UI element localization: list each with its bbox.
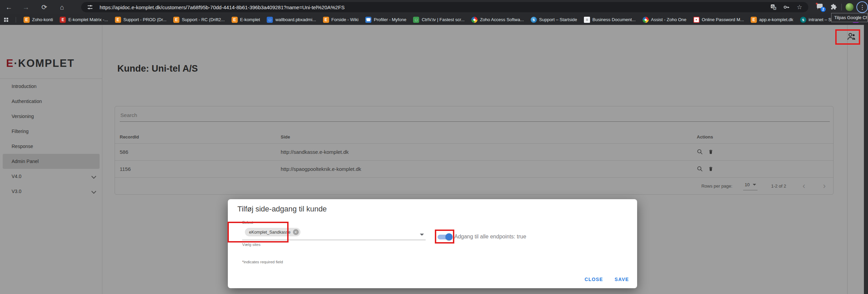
ekomplet-favicon: E bbox=[323, 17, 329, 23]
endpoints-toggle-label: Adgang til alle endpoints: true bbox=[454, 234, 526, 240]
annotation-box-people-icon bbox=[835, 29, 860, 45]
ekomplet-favicon: E bbox=[232, 17, 238, 23]
notification-badge: 2 bbox=[821, 7, 826, 12]
ekomplet-favicon: E bbox=[173, 17, 179, 23]
annotation-box-toggle bbox=[435, 230, 454, 244]
home-icon[interactable]: ⌂ bbox=[55, 0, 69, 14]
url-bar[interactable]: https://apidoc.e-komplet.dk/customers/7a… bbox=[81, 2, 808, 12]
close-button[interactable]: CLOSE bbox=[585, 277, 603, 282]
browser-toolbar: ← → ⟳ ⌂ https://apidoc.e-komplet.dk/cust… bbox=[0, 0, 868, 14]
translate-icon[interactable]: G A bbox=[769, 3, 778, 11]
menu-dots-icon[interactable]: ⋮ bbox=[856, 1, 868, 13]
bookmark-app-ekomplet[interactable]: Eapp.e-komplet.dk bbox=[751, 17, 793, 23]
annotation-box-selected-site bbox=[227, 222, 289, 242]
toolbar-separator bbox=[841, 4, 842, 11]
zoho-pinwheel-favicon bbox=[471, 17, 477, 23]
bookmark-forside-wiki[interactable]: EForside - Wiki bbox=[323, 17, 358, 23]
bookmark-profiler-myfone[interactable]: ☎Profiler - Myfone bbox=[365, 17, 406, 23]
url-text[interactable]: https://apidoc.e-komplet.dk/customers/7a… bbox=[100, 4, 765, 10]
document-favicon: ≡ bbox=[584, 17, 590, 23]
bookmark-ekomplet-matrix[interactable]: EE-komplet Matrix -... bbox=[60, 17, 108, 23]
bookmark-zoho-konti[interactable]: EZoho-konti bbox=[24, 17, 53, 23]
bookmark-support-prod[interactable]: ESupport - PROD (Dr... bbox=[115, 17, 166, 23]
bookmark-business-document[interactable]: ≡Business Document... bbox=[584, 17, 635, 23]
add-site-access-dialog: Tilføj side-adgang til kunde Select eKom… bbox=[228, 199, 637, 288]
vault-favicon: ● bbox=[693, 17, 700, 23]
bookmark-ctrlv[interactable]: □CtrlV.tv | Fastest scr... bbox=[413, 17, 465, 23]
ekomplet-favicon: E bbox=[24, 17, 30, 23]
reload-icon[interactable]: ⟳ bbox=[38, 0, 51, 14]
notification-star-icon: ★ bbox=[815, 2, 818, 5]
browser-tooltip: Tilpas Google Chrome bbox=[831, 13, 868, 22]
bookmark-support-startside[interactable]: sSupport – Startside bbox=[531, 17, 577, 23]
required-field-note: *indicates required field bbox=[242, 260, 283, 264]
bookmark-zoho-access[interactable]: Zoho Access Softwa... bbox=[471, 17, 524, 23]
tune-icon[interactable] bbox=[86, 3, 94, 11]
zoho-pinwheel-favicon bbox=[643, 17, 649, 23]
ekomplet-favicon: E bbox=[751, 17, 757, 23]
bookmark-online-password[interactable]: ●Online Password M... bbox=[693, 17, 744, 23]
sharepoint-favicon: s bbox=[800, 17, 806, 23]
chip-remove-icon[interactable]: × bbox=[293, 229, 299, 235]
scrollbar[interactable] bbox=[864, 25, 868, 294]
dialog-title: Tilføj side-adgang til kunde bbox=[237, 205, 327, 214]
back-icon[interactable]: ← bbox=[2, 0, 16, 14]
bookmark-ekomplet[interactable]: EE-komplet bbox=[232, 17, 260, 23]
extensions-puzzle-icon[interactable] bbox=[830, 3, 838, 12]
bookmark-assist-zoho-one[interactable]: Assist - Zoho One bbox=[643, 17, 687, 23]
ekomplet-favicon: E bbox=[60, 17, 66, 23]
profile-avatar[interactable] bbox=[845, 3, 854, 12]
bookmark-wallboard[interactable]: □wallboard.pbxadmi... bbox=[267, 17, 316, 23]
apps-grid-icon[interactable] bbox=[4, 18, 8, 22]
bookmark-star-icon[interactable]: ☆ bbox=[795, 3, 804, 11]
monitor-favicon: □ bbox=[267, 17, 273, 23]
phone-favicon: ☎ bbox=[365, 17, 371, 23]
save-button[interactable]: SAVE bbox=[615, 277, 629, 282]
select-dropdown-arrow-icon[interactable] bbox=[420, 234, 424, 236]
svg-text:A: A bbox=[774, 7, 776, 10]
key-icon[interactable] bbox=[782, 3, 791, 11]
bookmarks-separator bbox=[16, 17, 16, 23]
ekomplet-favicon: E bbox=[115, 17, 121, 23]
forward-icon[interactable]: → bbox=[19, 0, 33, 14]
bookmarks-bar: EZoho-konti EE-komplet Matrix -... ESupp… bbox=[0, 14, 868, 25]
screen-favicon: □ bbox=[413, 17, 419, 23]
bookmark-support-rc[interactable]: ESupport - RC (Drift2... bbox=[173, 17, 225, 23]
select-helper-text: Vælg sites bbox=[242, 242, 261, 247]
sphere-favicon: s bbox=[531, 17, 537, 23]
